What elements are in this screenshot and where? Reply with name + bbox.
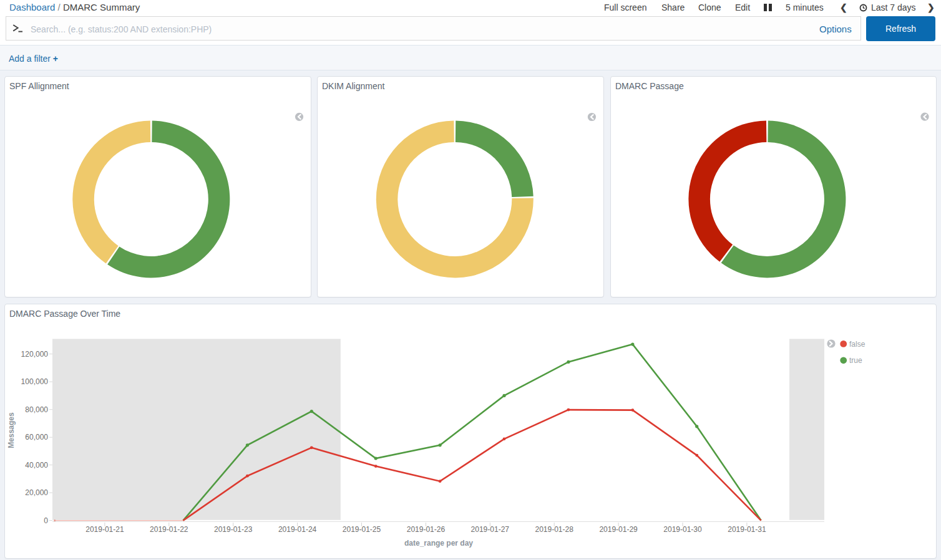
svg-text:100,000: 100,000	[21, 377, 49, 386]
svg-text:60,000: 60,000	[25, 433, 48, 442]
svg-text:2019-01-21: 2019-01-21	[85, 525, 124, 534]
svg-text:2019-01-26: 2019-01-26	[407, 525, 446, 534]
svg-text:2019-01-28: 2019-01-28	[535, 525, 574, 534]
svg-text:2019-01-30: 2019-01-30	[663, 525, 702, 534]
svg-text:2019-01-29: 2019-01-29	[599, 525, 638, 534]
svg-text:2019-01-31: 2019-01-31	[728, 525, 766, 534]
svg-text:120,000: 120,000	[21, 350, 49, 359]
svg-text:0: 0	[44, 516, 48, 525]
svg-text:2019-01-25: 2019-01-25	[343, 525, 381, 534]
svg-text:false: false	[849, 340, 865, 349]
svg-text:2019-01-22: 2019-01-22	[150, 525, 188, 534]
svg-text:2019-01-27: 2019-01-27	[471, 525, 510, 534]
svg-text:80,000: 80,000	[25, 405, 48, 414]
svg-text:20,000: 20,000	[25, 488, 48, 497]
svg-text:true: true	[849, 356, 862, 365]
svg-text:2019-01-24: 2019-01-24	[278, 525, 317, 534]
svg-text:40,000: 40,000	[25, 461, 48, 470]
svg-text:2019-01-23: 2019-01-23	[214, 525, 253, 534]
svg-text:date_range per day: date_range per day	[404, 539, 473, 548]
svg-text:Messages: Messages	[7, 412, 16, 448]
